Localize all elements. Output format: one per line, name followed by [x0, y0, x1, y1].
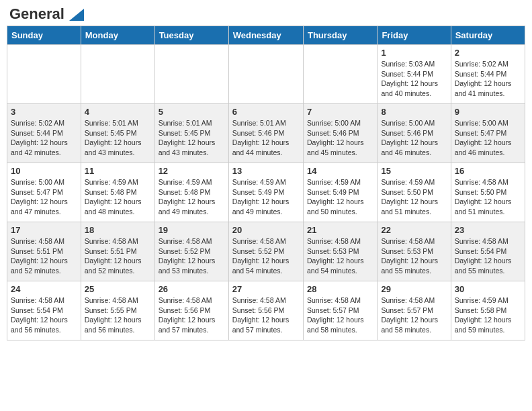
calendar-week-row: 17Sunrise: 4:58 AM Sunset: 5:51 PM Dayli…: [7, 222, 525, 281]
day-info: Sunrise: 4:58 AM Sunset: 5:55 PM Dayligh…: [85, 295, 151, 335]
calendar-cell: 15Sunrise: 4:59 AM Sunset: 5:50 PM Dayli…: [378, 163, 451, 222]
calendar-cell: 14Sunrise: 4:59 AM Sunset: 5:49 PM Dayli…: [303, 163, 377, 222]
day-number: 14: [307, 166, 373, 176]
day-of-week-header: Thursday: [303, 26, 377, 45]
day-number: 22: [381, 225, 447, 235]
day-number: 23: [455, 225, 521, 235]
day-info: Sunrise: 4:59 AM Sunset: 5:48 PM Dayligh…: [159, 177, 225, 217]
calendar-cell: 27Sunrise: 4:58 AM Sunset: 5:56 PM Dayli…: [228, 281, 303, 340]
day-number: 6: [232, 107, 300, 117]
day-info: Sunrise: 4:59 AM Sunset: 5:48 PM Dayligh…: [85, 177, 151, 217]
calendar-cell: 20Sunrise: 4:58 AM Sunset: 5:52 PM Dayli…: [228, 222, 303, 281]
day-number: 18: [85, 225, 151, 235]
day-number: 5: [159, 107, 225, 117]
calendar-table: SundayMondayTuesdayWednesdayThursdayFrid…: [7, 26, 525, 340]
svg-marker-0: [69, 9, 84, 21]
day-info: Sunrise: 4:59 AM Sunset: 5:49 PM Dayligh…: [232, 177, 300, 217]
calendar-cell: 16Sunrise: 4:58 AM Sunset: 5:50 PM Dayli…: [451, 163, 525, 222]
calendar-cell: 17Sunrise: 4:58 AM Sunset: 5:51 PM Dayli…: [7, 222, 81, 281]
day-info: Sunrise: 5:03 AM Sunset: 5:44 PM Dayligh…: [381, 59, 447, 99]
calendar-cell: 3Sunrise: 5:02 AM Sunset: 5:44 PM Daylig…: [7, 104, 81, 163]
day-info: Sunrise: 5:02 AM Sunset: 5:44 PM Dayligh…: [11, 118, 77, 158]
day-of-week-header: Tuesday: [154, 26, 228, 45]
day-of-week-header: Wednesday: [228, 26, 303, 45]
calendar-week-row: 1Sunrise: 5:03 AM Sunset: 5:44 PM Daylig…: [7, 45, 525, 104]
day-number: 16: [455, 166, 521, 176]
day-info: Sunrise: 4:58 AM Sunset: 5:51 PM Dayligh…: [11, 236, 77, 276]
calendar-cell: 8Sunrise: 5:00 AM Sunset: 5:46 PM Daylig…: [378, 104, 451, 163]
day-info: Sunrise: 4:58 AM Sunset: 5:52 PM Dayligh…: [232, 236, 300, 276]
day-number: 17: [11, 225, 77, 235]
calendar-header-row: SundayMondayTuesdayWednesdayThursdayFrid…: [7, 26, 525, 45]
calendar-cell: 18Sunrise: 4:58 AM Sunset: 5:51 PM Dayli…: [81, 222, 154, 281]
day-number: 25: [85, 284, 151, 294]
calendar-cell: 10Sunrise: 5:00 AM Sunset: 5:47 PM Dayli…: [7, 163, 81, 222]
calendar-cell: 6Sunrise: 5:01 AM Sunset: 5:46 PM Daylig…: [228, 104, 303, 163]
logo-text: General: [9, 7, 84, 21]
calendar-cell: 26Sunrise: 4:58 AM Sunset: 5:56 PM Dayli…: [154, 281, 228, 340]
calendar-cell: 23Sunrise: 4:58 AM Sunset: 5:54 PM Dayli…: [451, 222, 525, 281]
day-info: Sunrise: 4:58 AM Sunset: 5:56 PM Dayligh…: [232, 295, 300, 335]
calendar-cell: 21Sunrise: 4:58 AM Sunset: 5:53 PM Dayli…: [303, 222, 377, 281]
day-number: 1: [381, 48, 447, 58]
calendar-cell: [303, 45, 377, 104]
calendar-cell: [154, 45, 228, 104]
day-of-week-header: Saturday: [451, 26, 525, 45]
day-number: 27: [232, 284, 300, 294]
day-number: 26: [159, 284, 225, 294]
day-info: Sunrise: 4:58 AM Sunset: 5:56 PM Dayligh…: [159, 295, 225, 335]
day-number: 12: [159, 166, 225, 176]
calendar-cell: 9Sunrise: 5:00 AM Sunset: 5:47 PM Daylig…: [451, 104, 525, 163]
day-number: 10: [11, 166, 77, 176]
day-info: Sunrise: 5:00 AM Sunset: 5:47 PM Dayligh…: [11, 177, 77, 217]
day-info: Sunrise: 4:59 AM Sunset: 5:50 PM Dayligh…: [381, 177, 447, 217]
calendar-cell: 5Sunrise: 5:01 AM Sunset: 5:45 PM Daylig…: [154, 104, 228, 163]
calendar-cell: 28Sunrise: 4:58 AM Sunset: 5:57 PM Dayli…: [303, 281, 377, 340]
day-number: 3: [11, 107, 77, 117]
day-info: Sunrise: 5:00 AM Sunset: 5:46 PM Dayligh…: [307, 118, 373, 158]
day-info: Sunrise: 5:00 AM Sunset: 5:46 PM Dayligh…: [381, 118, 447, 158]
calendar-cell: 7Sunrise: 5:00 AM Sunset: 5:46 PM Daylig…: [303, 104, 377, 163]
day-number: 29: [381, 284, 447, 294]
calendar-cell: [228, 45, 303, 104]
day-number: 21: [307, 225, 373, 235]
day-number: 28: [307, 284, 373, 294]
day-info: Sunrise: 5:00 AM Sunset: 5:47 PM Dayligh…: [455, 118, 521, 158]
calendar-cell: [81, 45, 154, 104]
day-number: 24: [11, 284, 77, 294]
day-info: Sunrise: 4:58 AM Sunset: 5:54 PM Dayligh…: [455, 236, 521, 276]
calendar-week-row: 10Sunrise: 5:00 AM Sunset: 5:47 PM Dayli…: [7, 163, 525, 222]
calendar-cell: 2Sunrise: 5:02 AM Sunset: 5:44 PM Daylig…: [451, 45, 525, 104]
calendar-cell: 12Sunrise: 4:59 AM Sunset: 5:48 PM Dayli…: [154, 163, 228, 222]
calendar-cell: 29Sunrise: 4:58 AM Sunset: 5:57 PM Dayli…: [378, 281, 451, 340]
day-number: 7: [307, 107, 373, 117]
day-info: Sunrise: 4:58 AM Sunset: 5:53 PM Dayligh…: [307, 236, 373, 276]
calendar-week-row: 24Sunrise: 4:58 AM Sunset: 5:54 PM Dayli…: [7, 281, 525, 340]
day-info: Sunrise: 5:01 AM Sunset: 5:45 PM Dayligh…: [85, 118, 151, 158]
day-of-week-header: Sunday: [7, 26, 81, 45]
day-info: Sunrise: 4:58 AM Sunset: 5:51 PM Dayligh…: [85, 236, 151, 276]
calendar-cell: 11Sunrise: 4:59 AM Sunset: 5:48 PM Dayli…: [81, 163, 154, 222]
day-info: Sunrise: 4:58 AM Sunset: 5:57 PM Dayligh…: [381, 295, 447, 335]
calendar-cell: [7, 45, 81, 104]
day-info: Sunrise: 4:58 AM Sunset: 5:50 PM Dayligh…: [455, 177, 521, 217]
day-number: 2: [455, 48, 521, 58]
day-info: Sunrise: 5:02 AM Sunset: 5:44 PM Dayligh…: [455, 59, 521, 99]
day-info: Sunrise: 4:58 AM Sunset: 5:52 PM Dayligh…: [159, 236, 225, 276]
page-header: General: [7, 7, 525, 20]
day-number: 4: [85, 107, 151, 117]
calendar-cell: 22Sunrise: 4:58 AM Sunset: 5:53 PM Dayli…: [378, 222, 451, 281]
day-number: 8: [381, 107, 447, 117]
calendar-cell: 19Sunrise: 4:58 AM Sunset: 5:52 PM Dayli…: [154, 222, 228, 281]
calendar-cell: 4Sunrise: 5:01 AM Sunset: 5:45 PM Daylig…: [81, 104, 154, 163]
day-number: 19: [159, 225, 225, 235]
day-number: 30: [455, 284, 521, 294]
day-info: Sunrise: 5:01 AM Sunset: 5:45 PM Dayligh…: [159, 118, 225, 158]
day-number: 13: [232, 166, 300, 176]
day-info: Sunrise: 4:59 AM Sunset: 5:58 PM Dayligh…: [455, 295, 521, 335]
day-number: 9: [455, 107, 521, 117]
day-number: 11: [85, 166, 151, 176]
day-number: 15: [381, 166, 447, 176]
day-info: Sunrise: 4:58 AM Sunset: 5:57 PM Dayligh…: [307, 295, 373, 335]
day-info: Sunrise: 4:58 AM Sunset: 5:53 PM Dayligh…: [381, 236, 447, 276]
